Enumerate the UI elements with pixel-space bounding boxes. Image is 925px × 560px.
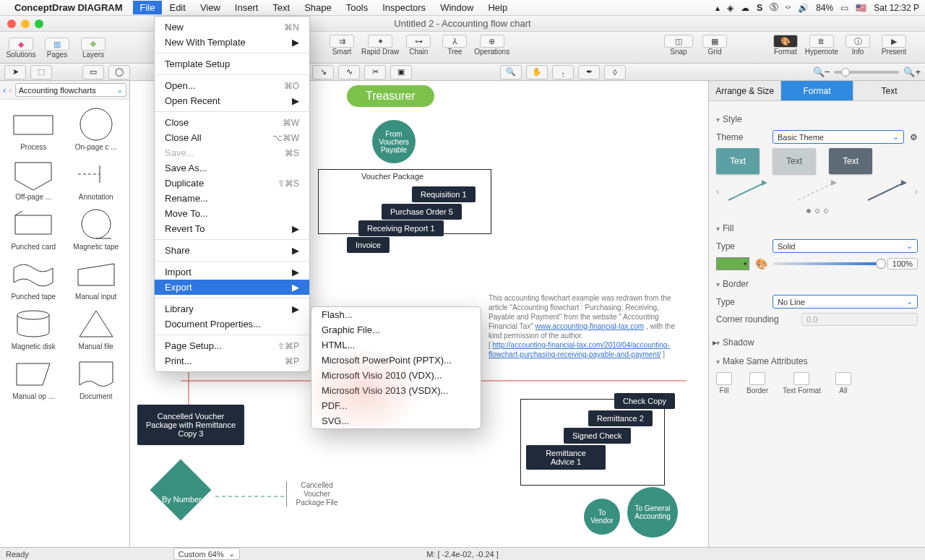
make-same-text-format[interactable]: Text Format [783,372,821,395]
stamp-tool-icon[interactable]: ⍚ [552,65,574,79]
link-article-url[interactable]: http://accounting-financial-tax.com/2010… [489,341,670,358]
node-invoice[interactable]: Invoice [347,237,390,253]
toolbar-tree[interactable]: ⅄Tree [438,33,471,56]
zoom-out-icon[interactable]: 🔍− [813,66,830,77]
shape-document[interactable]: Document [67,355,126,400]
node-cancelled-voucher-card[interactable]: Cancelled Voucher Package with Remittanc… [137,405,244,445]
toolbar-snap[interactable]: ◫Snap [662,33,695,56]
file-menu-library[interactable]: Library▶ [155,301,309,316]
menubar-clock[interactable]: Sat 12:32 P [874,3,919,13]
export-flash-[interactable]: Flash... [311,307,481,322]
close-window-icon[interactable] [7,20,16,28]
wifi-icon[interactable]: ⌔ [786,3,791,13]
border-type-select[interactable]: No Line⌄ [773,295,918,309]
file-menu-close[interactable]: Close⌘W [155,115,309,130]
file-menu-share[interactable]: Share▶ [155,243,309,258]
pointer-tool-icon[interactable]: ➤ [4,65,26,79]
zoom-window-icon[interactable] [35,20,43,28]
volume-icon[interactable]: 🔊 [798,3,809,13]
section-border[interactable]: Border [716,275,918,290]
tab-text[interactable]: Text [853,81,925,100]
node-check-copy[interactable]: Check Copy [614,393,675,409]
shape-annotation[interactable]: Annotation [67,155,126,201]
export-microsoft-visio-2013-vsdx-[interactable]: Microsoft Visio 2013 (VSDX)... [311,383,481,398]
export-html-[interactable]: HTML... [311,337,481,353]
theme-swatch-2[interactable]: Text [773,148,816,174]
curve-tool-icon[interactable]: ∿ [338,65,360,79]
section-shadow[interactable]: ▸Shadow [716,330,918,349]
cloud-icon[interactable]: ☁ [741,3,749,13]
file-menu-rename-[interactable]: Rename... [155,191,309,206]
scissors-tool-icon[interactable]: ✂ [364,65,386,79]
file-menu-page-setup-[interactable]: Page Setup...⇧⌘P [155,338,309,353]
export-pdf-[interactable]: PDF... [311,398,481,413]
nav-fwd-icon[interactable]: › [9,85,12,95]
make-same-border[interactable]: Border [747,372,768,395]
flag-icon[interactable]: 🇺🇸 [856,3,866,13]
menu-inspectors[interactable]: Inspectors [375,1,433,14]
opacity-slider[interactable] [773,262,882,265]
connector-tool-icon[interactable]: ↘ [312,65,334,79]
node-treasurer[interactable]: Treasurer [347,85,434,107]
arrow-style-1[interactable] [726,178,769,204]
section-style[interactable]: Style [716,110,918,126]
skype-icon[interactable]: Ⓢ [770,1,778,14]
shape-punched-tape[interactable]: Punched tape [4,255,63,301]
arrow-style-2[interactable] [795,178,838,204]
fill-type-select[interactable]: Solid⌄ [773,239,918,253]
fill-color-swatch[interactable]: ▾ [716,257,749,270]
file-menu-move-to-[interactable]: Move To... [155,206,309,221]
export-microsoft-visio-2010-vdx-[interactable]: Microsoft Visio 2010 (VDX)... [311,368,481,383]
toolbar-present[interactable]: ▶Present [877,33,911,56]
menu-help[interactable]: Help [481,1,515,14]
file-menu-export[interactable]: Export▶ [155,280,309,295]
shape-magnetic-disk[interactable]: Magnetic disk [4,305,63,350]
eyedropper-tool-icon[interactable]: ✒ [578,65,600,79]
toolbar-rapid-draw[interactable]: ✦Rapid Draw [361,33,399,56]
style-next-icon[interactable]: › [915,186,918,197]
shape-manual-op-[interactable]: Manual op ... [4,355,63,400]
toolbar-format[interactable]: 🎨Format [769,33,802,56]
menu-edit[interactable]: Edit [162,1,192,14]
shape-on-page-c-[interactable]: On-page c ... [67,105,126,151]
minimize-window-icon[interactable] [21,20,30,28]
shape-manual-input[interactable]: Manual input [67,255,126,301]
file-menu-save-as-[interactable]: Save As... [155,160,309,176]
bell-icon[interactable]: ▴ [715,3,720,13]
library-select[interactable]: Accounting flowcharts⌄ [15,83,126,97]
menu-insert[interactable]: Insert [228,1,266,14]
tab-arrange-size[interactable]: Arrange & Size [709,81,781,100]
menu-text[interactable]: Text [265,1,297,14]
opacity-value[interactable]: 100% [887,258,918,270]
node-by-number[interactable]: By Number [150,460,212,521]
menu-view[interactable]: View [193,1,228,14]
menu-shape[interactable]: Shape [297,1,339,14]
file-menu-duplicate[interactable]: Duplicate⇧⌘S [155,176,309,191]
container-tool-icon[interactable]: ▣ [390,65,412,79]
shape-off-page-[interactable]: Off-page ... [4,155,63,201]
node-requisition[interactable]: Requisition 1 [412,186,476,202]
s-logo-icon[interactable]: S [757,3,762,13]
make-same-fill[interactable]: Fill [716,372,732,395]
section-fill[interactable]: Fill [716,219,918,235]
file-menu-close-all[interactable]: Close All⌥⌘W [155,130,309,145]
file-menu-new[interactable]: New⌘N [155,20,309,35]
shape-magnetic-tape[interactable]: Magnetic tape [67,205,126,251]
toolbar-smart[interactable]: ⇉Smart [325,33,358,56]
file-menu-print-[interactable]: Print...⌘P [155,353,309,369]
node-remittance-2[interactable]: Remittance 2 [588,410,653,426]
node-signed-check[interactable]: Signed Check [564,428,631,444]
file-menu-document-properties-[interactable]: Document Properties... [155,316,309,332]
search-tool-icon[interactable]: 🔍 [500,65,522,79]
theme-swatch-3[interactable]: Text [829,148,872,174]
color-wheel-icon[interactable]: 🎨 [755,258,767,270]
file-menu-revert-to[interactable]: Revert To▶ [155,221,309,236]
link-accounting-site[interactable]: www.accounting-financial-tax.com [535,322,645,330]
nav-back-icon[interactable]: ‹ [3,85,6,95]
file-menu-import[interactable]: Import▶ [155,264,309,280]
node-to-general-accounting[interactable]: To General Accounting [627,487,678,538]
node-purchase-order[interactable]: Purchase Order 5 [382,204,462,220]
shape-process[interactable]: Process [4,105,63,151]
marquee-tool-icon[interactable]: ⬚ [30,65,52,79]
rect-shape-icon[interactable]: ▭ [82,65,104,79]
